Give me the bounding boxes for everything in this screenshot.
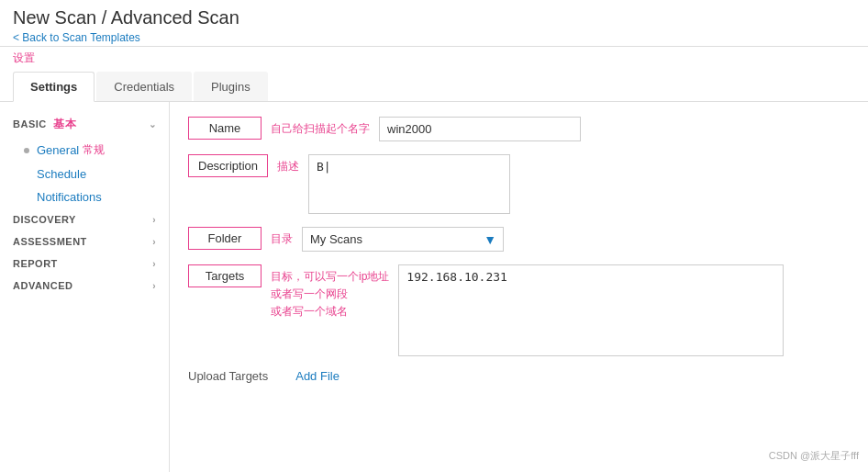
folder-label: Folder [188,227,262,250]
sidebar-section-basic-label: BASIC 基本 [13,117,76,132]
upload-row: Upload Targets Add File [188,369,850,383]
description-chinese: 描述 [277,159,299,174]
tab-settings[interactable]: Settings [13,72,95,102]
folder-select-wrapper: My Scans Trash ▼ [302,227,504,252]
chevron-down-icon: ⌄ [149,119,157,129]
dot-icon [24,148,29,153]
sidebar-section-discovery[interactable]: DISCOVERY › [0,208,169,230]
name-label: Name [188,117,262,140]
page-header: New Scan / Advanced Scan < Back to Scan … [0,0,868,47]
description-input[interactable]: B| [308,154,510,214]
watermark: CSDN @派大星子fff [769,449,859,463]
sidebar-item-notifications[interactable]: Notifications [0,185,169,208]
description-row: Description 描述 B| [188,154,850,214]
targets-chinese: 目标，可以写一个ip地址 或者写一个网段 或者写一个域名 [271,268,389,321]
upload-label: Upload Targets [188,369,268,383]
sidebar-section-advanced[interactable]: ADVANCED › [0,275,169,297]
page-title: New Scan / Advanced Scan [13,7,855,28]
add-file-link[interactable]: Add File [295,369,339,383]
chevron-right-icon: › [152,215,156,225]
sidebar-section-assessment[interactable]: ASSESSMENT › [0,230,169,253]
chevron-right-icon-3: › [152,259,156,269]
sidebar-section-report[interactable]: REPORT › [0,253,169,275]
description-label: Description [188,154,268,177]
sidebar-section-basic[interactable]: BASIC 基本 ⌄ [0,111,169,138]
name-row: Name 自己给扫描起个名字 [188,117,850,141]
subtitle: 设置 [0,47,868,70]
folder-select[interactable]: My Scans Trash [302,227,504,252]
sidebar: BASIC 基本 ⌄ General 常规 Schedule Notificat… [0,102,170,472]
name-input[interactable] [379,117,581,141]
chevron-right-icon-4: › [152,281,156,291]
targets-input[interactable]: 192.168.10.231 [398,264,784,356]
content-area: Name 自己给扫描起个名字 Description 描述 B| Folder … [170,102,868,472]
sidebar-item-general[interactable]: General 常规 [0,138,169,163]
tab-credentials[interactable]: Credentials [96,72,192,101]
folder-row: Folder 目录 My Scans Trash ▼ [188,227,850,252]
targets-row: Targets 目标，可以写一个ip地址 或者写一个网段 或者写一个域名 192… [188,264,850,356]
tab-plugins[interactable]: Plugins [194,72,268,101]
main-content: BASIC 基本 ⌄ General 常规 Schedule Notificat… [0,102,868,472]
back-to-templates-link[interactable]: < Back to Scan Templates [13,31,140,44]
targets-label: Targets [188,264,262,287]
sidebar-item-schedule[interactable]: Schedule [0,163,169,185]
name-chinese: 自己给扫描起个名字 [271,121,370,137]
folder-chinese: 目录 [271,231,293,247]
sidebar-basic-items: General 常规 Schedule Notifications [0,138,169,208]
chevron-right-icon-2: › [152,237,156,247]
tab-bar: Settings Credentials Plugins [0,72,868,102]
